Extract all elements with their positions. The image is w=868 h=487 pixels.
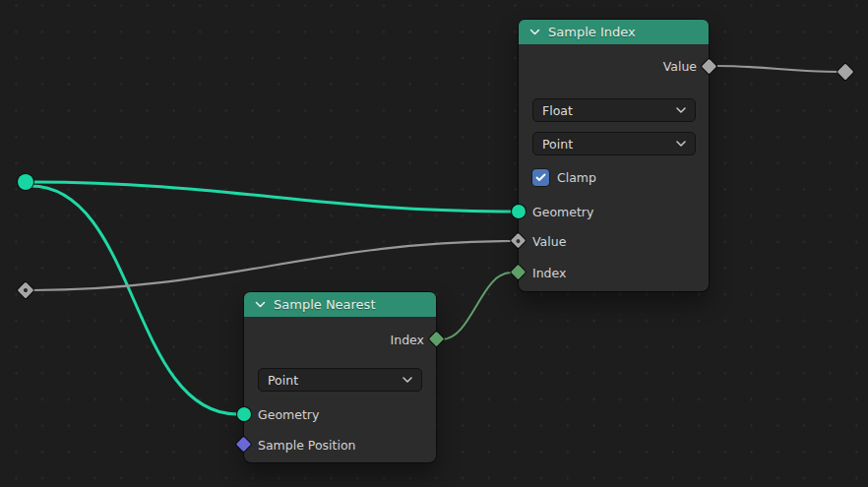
wire-value-to-sample-index [32,241,511,290]
domain-dropdown-value: Point [542,137,573,152]
input-geometry-label: Geometry [258,407,319,422]
chevron-down-icon [676,107,686,113]
floating-value-socket[interactable] [18,282,34,299]
output-row-index: Index [391,328,424,351]
output-value-label: Value [663,59,697,74]
output-index-label: Index [391,333,424,347]
floating-geometry-socket[interactable] [18,174,33,190]
input-index-label: Index [532,266,566,280]
domain-dropdown-value: Point [268,373,298,388]
geometry-input-socket[interactable] [512,205,526,218]
domain-dropdown[interactable]: Point [532,132,696,155]
collapse-chevron-icon[interactable] [255,301,266,308]
input-sample-position-label: Sample Position [258,438,356,453]
chevron-down-icon [403,377,412,383]
data-type-dropdown[interactable]: Float [532,98,696,122]
geometry-input-socket[interactable] [237,407,251,421]
node-sample-nearest-header[interactable]: Sample Nearest [244,292,436,317]
domain-dropdown[interactable]: Point [258,368,422,392]
input-row-index: Index [532,261,566,284]
input-row-value: Value [532,229,566,253]
wire-geometry-to-sample-index [32,182,511,212]
index-input-socket[interactable] [511,265,527,280]
clamp-label: Clamp [557,170,596,185]
checkmark-icon [535,173,546,182]
input-row-geometry: Geometry [532,200,593,223]
node-sample-index-header[interactable]: Sample Index [519,20,709,44]
value-output-socket[interactable] [702,59,717,75]
wire-index-to-index [442,273,511,339]
clamp-checkbox[interactable] [532,169,549,186]
right-value-socket[interactable] [837,64,854,81]
collapse-chevron-icon[interactable] [529,29,540,35]
node-editor-canvas[interactable]: Sample Index Value Float Point Clamp Geo… [0,0,868,487]
sample-position-input-socket[interactable] [236,437,252,453]
node-sample-index[interactable]: Sample Index Value Float Point Clamp Geo… [519,20,709,291]
node-sample-nearest[interactable]: Sample Nearest Index Point Geometry Samp… [244,292,436,462]
value-input-socket[interactable] [511,233,527,249]
data-type-dropdown-value: Float [542,103,573,118]
node-title: Sample Index [548,25,636,39]
index-output-socket[interactable] [429,332,445,347]
output-row-value: Value [663,54,697,78]
wire-value-output-to-right [717,66,838,72]
input-row-geometry: Geometry [258,402,319,426]
input-value-label: Value [532,234,566,249]
clamp-checkbox-row: Clamp [532,168,596,186]
chevron-down-icon [676,141,686,147]
input-row-sample-position: Sample Position [258,433,356,457]
input-geometry-label: Geometry [532,205,593,219]
wire-geometry-to-sample-nearest [31,186,237,414]
node-title: Sample Nearest [274,297,376,312]
